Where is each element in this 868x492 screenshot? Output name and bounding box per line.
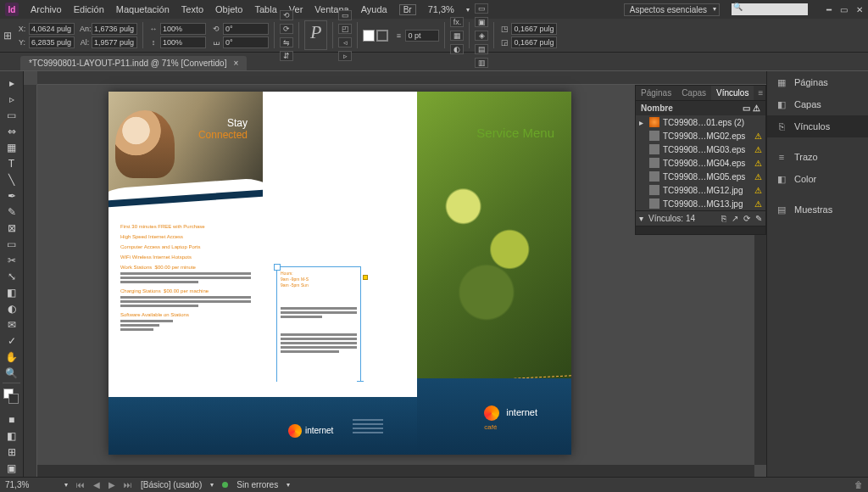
wrap-shape-button[interactable]: ◈ xyxy=(475,31,488,41)
gradient-feather-tool[interactable]: ◐ xyxy=(0,300,23,316)
stroke-input[interactable] xyxy=(405,30,439,42)
w-input[interactable] xyxy=(92,23,137,35)
hand-tool[interactable]: ✋ xyxy=(0,349,23,365)
apply-color-button[interactable]: ■ xyxy=(0,412,23,428)
links-tab-vinculos[interactable]: Vínculos xyxy=(711,86,754,100)
vertical-ruler[interactable] xyxy=(24,85,37,477)
bridge-button[interactable]: Br xyxy=(399,4,416,15)
links-tab-paginas[interactable]: Páginas xyxy=(636,86,676,100)
chevron-down-icon[interactable]: ▾ xyxy=(466,6,470,14)
shear-input[interactable] xyxy=(223,36,269,48)
pen-tool[interactable]: ✒ xyxy=(0,187,23,204)
menu-table[interactable]: Tabla xyxy=(254,4,276,14)
menu-object[interactable]: Objeto xyxy=(215,4,242,14)
link-row[interactable]: ▸TC99908…01.eps (2) xyxy=(636,115,765,129)
link-row[interactable]: TC99908…MG13.jpg⚠ xyxy=(636,197,765,210)
link-row[interactable]: TC99908…MG05.eps⚠ xyxy=(636,170,765,183)
default-fill-stroke-button[interactable]: ⊞ xyxy=(0,444,23,461)
menu-help[interactable]: Ayuda xyxy=(361,4,387,14)
anchor-handle[interactable] xyxy=(363,275,368,280)
links-header-page-icon[interactable]: ▭ ⚠ xyxy=(743,103,760,113)
h-input[interactable] xyxy=(92,36,137,48)
status-nav-next-icon[interactable]: ▶ xyxy=(108,480,115,489)
pencil-tool[interactable]: ✎ xyxy=(0,204,23,220)
dock-item-capas[interactable]: ◧Capas xyxy=(767,93,868,115)
canvas[interactable]: Stay Connected First 30 minutes FREE wit… xyxy=(24,71,766,477)
horizontal-scrollbar[interactable] xyxy=(37,465,754,477)
paragraph-toggle[interactable]: P xyxy=(304,20,327,50)
link-row[interactable]: TC99908…MG03.eps⚠ xyxy=(636,143,765,156)
select-content-button[interactable]: ◰ xyxy=(338,24,352,34)
menu-edit[interactable]: Edición xyxy=(74,4,104,14)
dock-item-color[interactable]: ◧Color xyxy=(767,168,868,190)
scale-y-input[interactable] xyxy=(160,36,206,48)
dock-item-páginas[interactable]: ▦Páginas xyxy=(767,71,868,93)
rectangle-frame-tool[interactable]: ⊠ xyxy=(0,220,23,236)
document-tab[interactable]: *TC9990801-LAYOUT-P11.indd @ 71% [Conver… xyxy=(20,56,247,70)
flip-v-button[interactable]: ⇵ xyxy=(280,51,293,61)
x-input[interactable] xyxy=(29,23,75,35)
pasteboard[interactable]: Stay Connected First 30 minutes FREE wit… xyxy=(37,85,766,477)
rotate-cw-button[interactable]: ⟳ xyxy=(280,24,293,34)
dock-item-muestras[interactable]: ▤Muestras xyxy=(767,198,868,221)
dock-item-vínculos[interactable]: ⎘Vínculos xyxy=(767,115,868,137)
selection-tool[interactable]: ▸ xyxy=(0,75,23,91)
chevron-down-icon[interactable]: ▾ xyxy=(64,481,68,489)
reference-point-grid[interactable]: ⊞ xyxy=(3,20,12,50)
close-icon[interactable]: ✕ xyxy=(856,5,863,14)
free-transform-tool[interactable]: ⤡ xyxy=(0,268,23,284)
type-tool[interactable]: T xyxy=(0,155,23,171)
chevron-down-icon[interactable]: ▾ xyxy=(287,481,290,489)
status-nav-last-icon[interactable]: ⏭ xyxy=(124,480,132,489)
menu-zoom-label[interactable]: 71,3% xyxy=(428,4,454,14)
gap-tool[interactable]: ⇔ xyxy=(0,123,23,139)
note-tool[interactable]: ✉ xyxy=(0,316,23,333)
panel-resize-grip[interactable] xyxy=(636,226,765,234)
drop-shadow-button[interactable]: ▦ xyxy=(450,31,464,41)
maximize-icon[interactable]: ▭ xyxy=(840,5,848,14)
corner-input-1[interactable] xyxy=(511,23,557,35)
opacity-button[interactable]: ◐ xyxy=(450,44,464,54)
links-panel[interactable]: Páginas Capas Vínculos ≡ Nombre ▭ ⚠ ▸TC9… xyxy=(635,85,766,235)
collapse-icon[interactable]: ▾ xyxy=(639,214,643,223)
gradient-swatch-tool[interactable]: ◧ xyxy=(0,284,23,300)
rotate-ccw-button[interactable]: ⟲ xyxy=(280,10,293,20)
page-3[interactable]: Service Menu internet café xyxy=(417,92,571,455)
horizontal-ruler[interactable] xyxy=(37,71,766,85)
wrap-column-button[interactable]: ▥ xyxy=(475,58,488,68)
links-header-name[interactable]: Nombre xyxy=(641,103,673,113)
status-nav-first-icon[interactable]: ⏮ xyxy=(76,480,85,489)
wrap-bbox-button[interactable]: ▣ xyxy=(475,17,488,27)
fill-swatch[interactable] xyxy=(363,30,375,42)
edit-original-icon[interactable]: ✎ xyxy=(755,214,762,223)
page-tool[interactable]: ▭ xyxy=(0,107,23,123)
help-search-input[interactable] xyxy=(732,3,808,15)
status-trash-icon[interactable]: 🗑 xyxy=(854,480,863,489)
fx-button[interactable]: fx. xyxy=(450,17,464,27)
chevron-down-icon[interactable]: ▾ xyxy=(210,481,214,489)
minimize-icon[interactable]: ━ xyxy=(826,5,832,14)
link-row[interactable]: TC99908…MG04.eps⚠ xyxy=(636,156,765,170)
wrap-none-button[interactable]: ▭ xyxy=(475,3,488,14)
selected-text-frame[interactable]: Hours: 9am -9pm M-S 9am -5pm Sun xyxy=(276,266,361,385)
workspace-switcher[interactable]: Aspectos esenciales xyxy=(624,3,720,16)
menu-layout[interactable]: Maquetación xyxy=(116,4,170,14)
link-row[interactable]: TC99908…MG02.eps⚠ xyxy=(636,129,765,143)
close-tab-icon[interactable]: × xyxy=(233,59,238,68)
status-errors[interactable]: Sin errores xyxy=(236,480,278,489)
select-next-button[interactable]: ▹ xyxy=(338,51,352,61)
status-zoom[interactable]: 71,3% xyxy=(5,480,56,489)
panel-menu-icon[interactable]: ≡ xyxy=(754,86,766,100)
screen-mode-button[interactable]: ▣ xyxy=(0,461,23,477)
wrap-jump-button[interactable]: ▤ xyxy=(475,44,488,54)
select-container-button[interactable]: ▭ xyxy=(338,10,352,20)
expand-icon[interactable]: ▸ xyxy=(639,118,646,127)
fill-stroke-swatch[interactable] xyxy=(3,389,19,409)
page-2[interactable]: Hours: 9am -9pm M-S 9am -5pm Sun ↖ inter… xyxy=(263,92,417,455)
formatting-container-button[interactable]: ◧ xyxy=(0,428,23,444)
scissors-tool[interactable]: ✂ xyxy=(0,252,23,268)
page-1[interactable]: Stay Connected First 30 minutes FREE wit… xyxy=(108,92,263,455)
line-tool[interactable]: ╲ xyxy=(0,171,23,187)
status-nav-prev-icon[interactable]: ◀ xyxy=(93,480,100,489)
menu-text[interactable]: Texto xyxy=(181,4,203,14)
